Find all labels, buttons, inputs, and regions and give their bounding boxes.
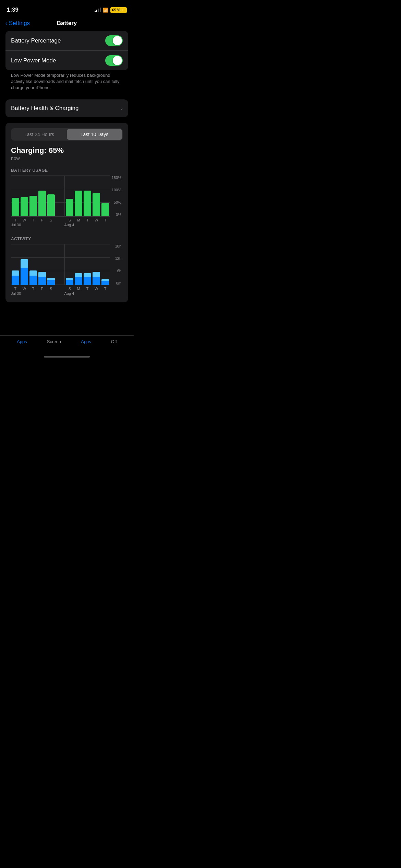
activity-bar-dark xyxy=(47,280,55,285)
battery-health-row[interactable]: Battery Health & Charging › xyxy=(5,99,128,117)
activity-date-labels: Jul 30 Aug 4 xyxy=(11,291,110,297)
activity-x-label: S xyxy=(65,287,74,291)
activity-bar-dark xyxy=(93,277,100,285)
activity-x-label: F xyxy=(38,287,47,291)
activity-x-label: W xyxy=(92,287,101,291)
wifi-icon: 📶 xyxy=(103,8,108,13)
activity-bars-area-inner xyxy=(11,244,110,285)
back-label[interactable]: Settings xyxy=(9,20,30,27)
page-title: Battery xyxy=(57,20,77,27)
activity-x-label: W xyxy=(20,287,29,291)
activity-bar-col xyxy=(65,244,74,285)
x-labels: TWTFSSMTWT xyxy=(11,218,110,222)
battery-bar-col xyxy=(92,176,101,216)
battery-health-label: Battery Health & Charging xyxy=(11,105,79,112)
battery-usage-chart: TWTFSSMTWT Jul 30 Aug 4 150% 100% 50% 0% xyxy=(11,176,123,228)
activity-x-label: T xyxy=(101,287,110,291)
date-label-aug4: Aug 4 xyxy=(64,223,74,227)
activity-bar-dark xyxy=(21,268,28,285)
activity-chart: TWTFSSMTWT Jul 30 Aug 4 18h 12h 6h 0m xyxy=(11,244,123,297)
activity-bars-area: TWTFSSMTWT Jul 30 Aug 4 xyxy=(11,244,110,297)
battery-bar-col xyxy=(101,176,110,216)
status-icons: 📶 65%⚡ xyxy=(95,7,127,13)
battery-bar-col xyxy=(56,176,64,216)
x-label: T xyxy=(29,218,38,222)
bars-area xyxy=(11,176,110,217)
bars-row xyxy=(11,176,110,216)
activity-bar-col xyxy=(74,244,83,285)
battery-bar-col xyxy=(20,176,29,216)
activity-x-label: T xyxy=(83,287,92,291)
activity-bar-light xyxy=(47,278,55,280)
x-label: S xyxy=(65,218,74,222)
x-label: M xyxy=(74,218,83,222)
tab-label-off[interactable]: Off xyxy=(111,339,117,344)
date-label-jul30: Jul 30 xyxy=(11,223,21,227)
chevron-right-icon: › xyxy=(121,105,123,111)
activity-bar-light xyxy=(12,270,19,276)
activity-bar-dark xyxy=(12,276,19,285)
chart-section: Last 24 Hours Last 10 Days Charging: 65%… xyxy=(5,123,128,302)
segmented-control[interactable]: Last 24 Hours Last 10 Days xyxy=(11,128,123,141)
battery-health-section: Battery Health & Charging › xyxy=(5,99,128,117)
low-power-mode-description: Low Power Mode temporarily reduces backg… xyxy=(5,70,128,97)
activity-bar-dark xyxy=(38,277,46,285)
battery-bar-col xyxy=(74,176,83,216)
battery-percentage-label: Battery Percentage xyxy=(11,37,61,44)
activity-bar-col xyxy=(38,244,47,285)
battery-health-card[interactable]: Battery Health & Charging › xyxy=(5,99,128,117)
battery-bar-col xyxy=(11,176,20,216)
tab-label-apps[interactable]: Apps xyxy=(17,339,27,344)
y-label-12h: 12h xyxy=(115,256,121,261)
nav-bar: ‹ Settings Battery xyxy=(0,17,134,31)
x-label: W xyxy=(20,218,29,222)
activity-bar-dark xyxy=(84,277,91,285)
status-bar: 1:39 📶 65%⚡ xyxy=(0,0,134,17)
battery-percentage-toggle[interactable] xyxy=(105,35,123,46)
battery-bar xyxy=(84,191,91,216)
activity-date-label-jul30: Jul 30 xyxy=(11,291,21,296)
y-label-150: 150% xyxy=(112,176,121,180)
activity-x-label: M xyxy=(74,287,83,291)
battery-bar xyxy=(47,194,55,216)
activity-bar-dark xyxy=(75,277,82,285)
y-label-50: 50% xyxy=(114,200,121,204)
activity-x-label: T xyxy=(11,287,20,291)
activity-bar-col xyxy=(92,244,101,285)
battery-bar xyxy=(29,196,37,216)
activity-date-label-aug4: Aug 4 xyxy=(64,291,74,296)
toggle-thumb-2 xyxy=(113,56,122,65)
low-power-mode-row[interactable]: Low Power Mode xyxy=(5,50,128,70)
battery-bar-col xyxy=(29,176,38,216)
activity-bar-light xyxy=(93,272,100,277)
activity-bar-col xyxy=(11,244,20,285)
battery-bar-col xyxy=(38,176,47,216)
activity-bar-col xyxy=(20,244,29,285)
activity-bar-dark xyxy=(66,280,73,285)
home-bar xyxy=(44,356,90,358)
activity-label: ACTIVITY xyxy=(11,237,123,241)
y-label-0m: 0m xyxy=(116,281,121,285)
battery-bar xyxy=(75,191,82,216)
tab-last-10-days[interactable]: Last 10 Days xyxy=(67,129,122,140)
tab-label-apps2[interactable]: Apps xyxy=(81,339,91,344)
tab-label-screen[interactable]: Screen xyxy=(47,339,61,344)
activity-bar-col xyxy=(101,244,110,285)
signal-icon xyxy=(95,8,101,12)
battery-percentage-row[interactable]: Battery Percentage xyxy=(5,31,128,50)
activity-bar-col xyxy=(29,244,38,285)
toggle-card: Battery Percentage Low Power Mode xyxy=(5,31,128,70)
low-power-mode-toggle[interactable] xyxy=(105,55,123,66)
activity-bar-light xyxy=(38,272,46,277)
x-label xyxy=(56,218,64,222)
battery-bar xyxy=(101,203,109,216)
activity-x-label: T xyxy=(29,287,38,291)
activity-bar-light xyxy=(84,273,91,277)
y-label-6h: 6h xyxy=(117,269,121,273)
separator xyxy=(64,176,65,216)
back-button[interactable]: ‹ Settings xyxy=(5,20,30,27)
battery-bars-area: TWTFSSMTWT Jul 30 Aug 4 xyxy=(11,176,110,228)
charging-time: now xyxy=(11,156,123,161)
activity-x-label: S xyxy=(47,287,56,291)
tab-last-24-hours[interactable]: Last 24 Hours xyxy=(12,129,67,140)
